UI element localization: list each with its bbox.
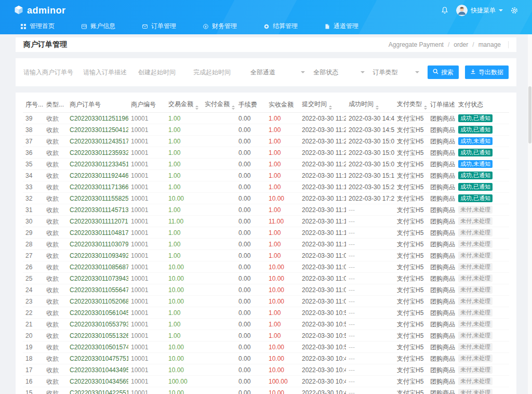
cell-paid-amount (202, 250, 236, 261)
cell-pay-type: 支付宝H5 (394, 170, 428, 181)
payment-status-badge: 未付,未处理 (458, 377, 493, 385)
nav-item-orders[interactable]: 订单管理 (140, 21, 178, 32)
sort-icon[interactable] (424, 106, 427, 110)
app-logo[interactable]: adminor (14, 5, 66, 17)
cell-trade-amount: 10.00 (166, 387, 202, 394)
cell-order-desc: 团购商品 (428, 239, 456, 250)
cell-order-no: C20220330110739434197 (67, 273, 128, 284)
cell-type: 收款 (44, 227, 67, 239)
cell-order-desc: 团购商品 (428, 147, 456, 159)
cell-merchant-no: 10001 (128, 204, 166, 216)
notification-bell-icon[interactable] (441, 6, 449, 15)
cell-type: 收款 (44, 136, 67, 147)
cell-type: 收款 (44, 239, 67, 250)
cell-order-desc: 团购商品 (428, 353, 456, 364)
user-menu[interactable]: 快捷菜单 (456, 5, 503, 16)
cell-seq: 31 (23, 204, 44, 216)
cell-seq: 25 (23, 273, 44, 284)
create-start-time-input[interactable] (138, 69, 188, 76)
sort-icon[interactable] (329, 106, 332, 110)
cell-seq: 18 (23, 353, 44, 364)
nav-item-channels[interactable]: 通道管理 (323, 21, 361, 32)
cell-received-amount: 1.00 (266, 239, 299, 250)
cell-paid-amount (202, 124, 236, 136)
cell-seq: 22 (23, 307, 44, 319)
cell-pay-type: 支付宝H5 (394, 159, 428, 170)
sort-icon[interactable] (376, 106, 379, 110)
nav-item-finance[interactable]: 财务管理 (201, 21, 239, 32)
logo-cube-icon (14, 5, 24, 17)
main-nav: 管理首页 账户信息 订单管理 财务管理 结算管理 通道管理 (0, 21, 532, 34)
cell-status: 成功,未通知 (456, 136, 509, 147)
cell-seq: 30 (23, 216, 44, 227)
cell-pay-type: 支付宝H5 (394, 284, 428, 296)
cell-received-amount: 1.00 (266, 319, 299, 330)
nav-item-dashboard[interactable]: 管理首页 (19, 21, 57, 32)
cell-submit-time: 2022-03-30 11:23:34 (299, 159, 346, 170)
cell-pay-type: 支付宝H5 (394, 307, 428, 319)
app-header: adminor 快捷菜单 管理首页 账户信息 (0, 0, 532, 34)
column-header-label: 支付状态 (458, 101, 483, 108)
table-row: 27收款C20220330110934929349100011.000.001.… (23, 250, 509, 261)
payment-status-badge: 未付,未处理 (458, 263, 493, 271)
cell-pay-type: 支付宝H5 (394, 387, 428, 394)
cell-received-amount: 1.00 (266, 181, 299, 193)
cell-success-time: --- (346, 342, 394, 353)
column-header[interactable]: 交易金额 (166, 98, 202, 113)
nav-item-account[interactable]: 账户信息 (79, 21, 117, 32)
cell-fee: 0.00 (236, 239, 266, 250)
order-type-select[interactable]: 订单类型 (373, 68, 422, 77)
cell-trade-amount: 10.00 (166, 261, 202, 273)
column-header-label: 类型... (46, 101, 64, 108)
cell-trade-amount: 10.00 (166, 273, 202, 284)
cell-pay-type: 支付宝H5 (394, 147, 428, 159)
column-header: 商户订单号 (67, 98, 128, 113)
cell-paid-amount (202, 296, 236, 307)
cell-received-amount: 1.00 (266, 250, 299, 261)
cell-success-time: 2022-03-30 15:15:35 (346, 170, 394, 181)
cell-status: 成功,已通知 (456, 124, 509, 136)
nav-item-settlement[interactable]: 结算管理 (262, 21, 300, 32)
cell-trade-amount: 100.00 (166, 376, 202, 387)
sort-icon[interactable] (195, 106, 198, 110)
logo-text: adminor (27, 5, 66, 16)
cell-status: 未付,未处理 (456, 342, 509, 353)
table-row: 38收款C20220330112504121527100011.000.001.… (23, 124, 509, 136)
finish-start-time-input[interactable] (193, 69, 245, 76)
column-header[interactable]: 成功时间 (346, 98, 394, 113)
payment-status-badge: 成功,已通知 (458, 172, 493, 179)
breadcrumb-item[interactable]: order (444, 41, 468, 48)
order-desc-input[interactable] (83, 69, 133, 76)
column-header[interactable]: 提交时间 (299, 98, 346, 113)
column-header[interactable]: 支付类型 (394, 98, 428, 113)
coin-icon (264, 24, 269, 29)
cell-seq: 26 (23, 261, 44, 273)
cell-paid-amount (202, 136, 236, 147)
cell-submit-time: 2022-03-30 11:10:30 (299, 239, 346, 250)
settings-gear-icon[interactable] (510, 6, 518, 15)
cell-merchant-no: 10001 (128, 216, 166, 227)
cell-order-desc: 团购商品 (428, 113, 456, 124)
cell-paid-amount (202, 159, 236, 170)
column-header[interactable]: 实付金额 (202, 98, 236, 113)
cell-order-no: C20220330105513260781 (67, 330, 128, 342)
cell-fee: 0.00 (236, 376, 266, 387)
status-select[interactable]: 全部状态 (313, 68, 367, 77)
cell-order-no: C20220330111713665680 (67, 181, 128, 193)
payment-status-badge: 未付,未处理 (458, 297, 493, 305)
cell-type: 收款 (44, 330, 67, 342)
page-scrollbar-thumb[interactable] (528, 86, 531, 143)
payment-status-badge: 未付,未处理 (458, 366, 493, 374)
merchant-order-no-input[interactable] (23, 69, 78, 76)
cell-type: 收款 (44, 181, 67, 193)
page-scrollbar-track[interactable] (528, 34, 532, 394)
export-data-button[interactable]: 导出数据 (465, 65, 509, 79)
cell-type: 收款 (44, 159, 67, 170)
search-button[interactable]: 搜索 (428, 65, 459, 79)
cell-submit-time: 2022-03-30 11:07:40 (299, 273, 346, 284)
breadcrumb-item[interactable]: Aggregate Payment (389, 41, 444, 48)
channel-select[interactable]: 全部通道 (250, 68, 308, 77)
cell-status: 成功,已通知 (456, 113, 509, 124)
cell-fee: 0.00 (236, 113, 266, 124)
sort-icon[interactable] (232, 106, 235, 110)
